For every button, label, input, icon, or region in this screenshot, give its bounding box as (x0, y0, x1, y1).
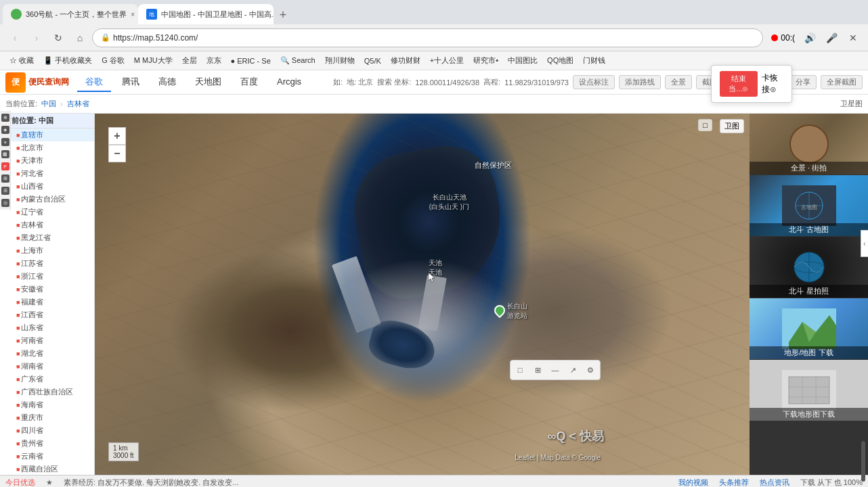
tab-1[interactable]: 360号航 - 一个主页，整个世界 × (3, 4, 138, 24)
sidebar-item-beijing[interactable]: ■北京市 (11, 141, 94, 154)
scale-bar: 1 km 3000 ft (108, 442, 139, 461)
sidebar-item-heilongjiang[interactable]: ■黑龙江省 (11, 231, 94, 244)
sidebar-item-shanxi[interactable]: ■山西省 (11, 180, 94, 193)
layer-toggle[interactable]: 卫图 (720, 119, 744, 133)
sidebar-item-sichuan[interactable]: ■四川省 (11, 424, 94, 437)
screenshot-btn[interactable]: 全屏截图 (821, 75, 863, 89)
tab-2[interactable]: 地 中国地图 - 中国卫星地图 - 中国高... × (138, 4, 274, 24)
bookmark-quanc[interactable]: 全层 (178, 54, 201, 67)
setpoint-btn[interactable]: 设点标注 (573, 75, 615, 89)
sidebar-item-xizang[interactable]: ■西藏自治区 (11, 463, 94, 475)
sidebar-item-hunan[interactable]: ■湖南省 (11, 360, 94, 373)
sidebar-item-liaoning[interactable]: ■辽宁省 (11, 206, 94, 218)
speaker-button[interactable]: 🔊 (800, 28, 819, 47)
home-button[interactable]: ⌂ (70, 28, 89, 47)
left-icon-3[interactable]: ≡ (1, 138, 9, 146)
left-icon-1[interactable]: ⊕ (1, 114, 9, 122)
tab-baidu[interactable]: 百度 (232, 73, 266, 92)
tab-google[interactable]: 谷歌 (77, 73, 111, 92)
sidebar-item-jiangxi[interactable]: ■江西省 (11, 308, 94, 321)
bookmark-men[interactable]: 门财钱 (579, 54, 609, 67)
left-icon-2[interactable]: ◈ (1, 126, 9, 134)
map-ctrl-minus[interactable]: — (547, 362, 563, 378)
sidebar-item-jiangsu[interactable]: ■江苏省 (11, 257, 94, 270)
bookmark-collections[interactable]: ☆ 收藏 (5, 54, 38, 67)
end-button[interactable]: 结束当...⊙ (720, 71, 758, 97)
status-btn-video[interactable]: 我的视频 (678, 478, 708, 487)
sidebar-item-hebei[interactable]: ■河北省 (11, 167, 94, 180)
area-btn[interactable]: 全景 (665, 75, 692, 89)
left-icon-6[interactable]: ⊞ (1, 175, 9, 183)
sidebar-item-zhixiashi[interactable]: ■直辖市 (11, 129, 94, 141)
tab-gaode[interactable]: 高德 (150, 73, 184, 92)
bookmark-google[interactable]: G 谷歌 (97, 54, 129, 67)
share-btn[interactable]: 分享 (789, 75, 817, 89)
map-ctrl-arrow[interactable]: ↗ (565, 362, 581, 378)
panel-item-streetview[interactable]: 全景 · 街拍 (750, 114, 868, 175)
address-bar[interactable]: 🔒 https://map.51240.com/ (92, 28, 763, 47)
sidebar-item-chongqing[interactable]: ■重庆市 (11, 411, 94, 424)
new-tab-button[interactable]: + (274, 5, 292, 24)
left-icon-4[interactable]: ▦ (1, 150, 9, 158)
panel-item-northstar[interactable]: 北斗 星拍照 (750, 237, 868, 298)
panel-item-download[interactable]: 下载地形图下载 (750, 360, 868, 421)
left-icon-5[interactable]: P (1, 162, 9, 170)
sidebar-item-guangdong[interactable]: ■广东省 (11, 373, 94, 386)
bookmark-qq[interactable]: QQ地图 (543, 54, 578, 67)
bookmark-eric[interactable]: ● ERIC - Se (227, 55, 275, 66)
sidebar-item-hainan[interactable]: ■海南省 (11, 398, 94, 411)
map-ctrl-grid[interactable]: ⊞ (529, 362, 546, 378)
bookmark-cnmap[interactable]: 中国图比 (504, 54, 542, 67)
sidebar-item-jilin[interactable]: ■吉林省 (11, 218, 94, 231)
tab-arcgis[interactable]: Arcgis (269, 74, 309, 91)
right-panel-scrollbar[interactable] (861, 441, 865, 482)
bookmark-mobile[interactable]: 📱 手机收藏夹 (39, 54, 96, 67)
sidebar-item-guangxi[interactable]: ■广西壮族自治区 (11, 386, 94, 398)
measure-btn[interactable]: 添加路线 (619, 75, 661, 89)
refresh-button[interactable]: ↻ (49, 28, 68, 47)
sidebar-item-neimeng[interactable]: ■内蒙古自治区 (11, 193, 94, 206)
sidebar-item-henan[interactable]: ■河南省 (11, 334, 94, 347)
bookmark-mju[interactable]: M MJU大学 (130, 54, 177, 67)
location-jilin[interactable]: 吉林省 (67, 99, 89, 109)
bookmark-10km[interactable]: +十人公里 (426, 54, 468, 67)
site-logo[interactable]: 便 便民查询网 (5, 72, 69, 93)
bookmark-qs[interactable]: Q5/K (360, 55, 385, 66)
sidebar-item-hubei[interactable]: ■湖北省 (11, 347, 94, 360)
location-china[interactable]: 中国 (41, 99, 56, 109)
sidebar-item-anhui[interactable]: ■安徽省 (11, 283, 94, 296)
sidebar-item-tianjin[interactable]: ■天津市 (11, 154, 94, 167)
bookmark-xiu[interactable]: 修功财财 (387, 54, 425, 67)
bookmark-xiang[interactable]: 翔川财物 (321, 54, 359, 67)
bookmark-jd[interactable]: 京东 (202, 54, 225, 67)
forward-button[interactable]: › (27, 28, 46, 47)
zoom-controls: + − (108, 127, 126, 162)
tab-tianditu[interactable]: 天地图 (187, 73, 230, 92)
zoom-in-button[interactable]: + (108, 127, 126, 145)
status-btn-news[interactable]: 热点资讯 (760, 478, 789, 487)
sidebar-item-zhejiang[interactable]: ■浙江省 (11, 270, 94, 283)
left-icon-7[interactable]: ☰ (1, 187, 9, 195)
status-btn-headlines[interactable]: 头条推荐 (719, 478, 749, 487)
tab-1-close[interactable]: × (131, 9, 135, 20)
bookmark-search[interactable]: 🔍 Search (276, 55, 320, 66)
layer-toggle-2[interactable]: □ (698, 119, 712, 131)
bookmark-research[interactable]: 研究市• (469, 54, 502, 67)
zoom-out-button[interactable]: − (108, 145, 126, 162)
back-button[interactable]: ‹ (5, 28, 24, 47)
sidebar-item-fujian[interactable]: ■福建省 (11, 296, 94, 308)
panel-item-terrain[interactable]: 地形/地图 下载 (750, 298, 868, 359)
tab-tencent[interactable]: 腾讯 (114, 73, 148, 92)
sidebar-item-guizhou[interactable]: ■贵州省 (11, 437, 94, 450)
map-ctrl-settings[interactable]: ⚙ (582, 362, 599, 378)
mic-button[interactable]: 🎤 (822, 28, 841, 47)
sidebar-item-shandong[interactable]: ■山东省 (11, 321, 94, 334)
close-button[interactable]: ✕ (844, 28, 863, 47)
map-ctrl-select[interactable]: □ (512, 362, 528, 378)
panel-label-1: 全景 · 街拍 (750, 162, 868, 175)
map-container[interactable]: 自然保护区 长白山天池(白头山天 )门 天池天池 长白山游览站 + − 1 km… (95, 114, 750, 475)
sidebar-item-yunnan[interactable]: ■云南省 (11, 450, 94, 463)
panel-item-ancientmap[interactable]: 古地图 北斗 古地图 (750, 175, 868, 236)
left-icon-8[interactable]: ◎ (1, 199, 9, 207)
sidebar-item-shanghai[interactable]: ■上海市 (11, 244, 94, 257)
